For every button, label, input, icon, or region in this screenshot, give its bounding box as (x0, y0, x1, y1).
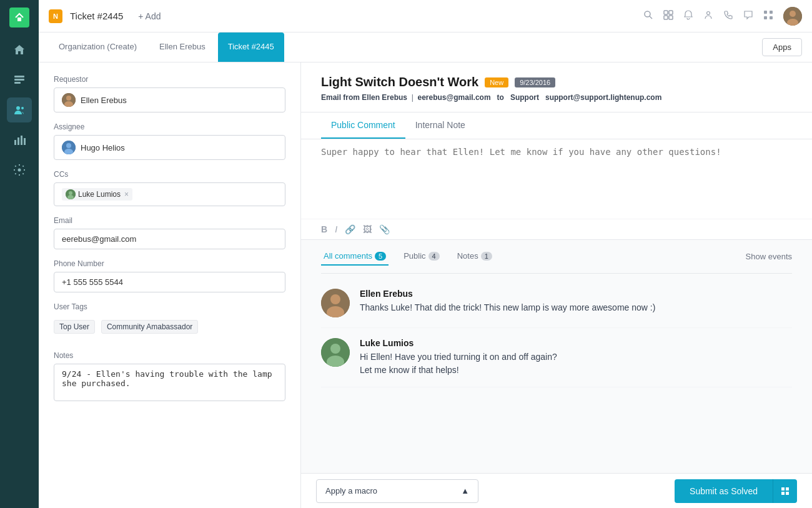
assignee-field[interactable]: Hugo Helios (54, 135, 285, 160)
tab-notes-comments[interactable]: Notes 1 (455, 247, 495, 266)
search-icon[interactable] (643, 10, 653, 22)
chevron-up-icon: ▲ (461, 486, 469, 496)
views-icon[interactable] (663, 10, 673, 22)
submit-solved-button[interactable]: Submit as Solved (675, 479, 773, 503)
reply-textarea[interactable] (321, 147, 792, 209)
svg-point-29 (66, 143, 71, 148)
topbar-icons (643, 7, 802, 26)
comment-text: Hi Ellen! Have you tried turning it on a… (360, 351, 792, 377)
svg-rect-21 (770, 16, 773, 19)
apps-button[interactable]: Apps (762, 38, 802, 56)
comment-item: Luke Lumios Hi Ellen! Have you tried tur… (321, 328, 792, 387)
requestor-avatar (62, 93, 76, 107)
assignee-avatar (62, 141, 76, 154)
comment-author: Luke Lumios (360, 338, 792, 348)
notes-label: Notes (54, 351, 285, 360)
ticket-header: Light Switch Doesn't Work New 9/23/2016 … (301, 62, 812, 112)
svg-rect-9 (24, 138, 26, 145)
email-field[interactable]: eerebus@gmail.com (54, 229, 285, 249)
assignee-value: Hugo Helios (81, 143, 125, 152)
svg-rect-41 (786, 487, 789, 491)
italic-icon[interactable]: I (335, 224, 337, 234)
user-tags-label: User Tags (54, 302, 285, 311)
sidebar-home-icon[interactable] (7, 37, 32, 62)
svg-rect-14 (669, 11, 673, 14)
assignee-label: Assignee (54, 122, 285, 131)
comment-avatar-ellen (321, 289, 350, 317)
cc-tag-remove[interactable]: × (124, 190, 129, 199)
svg-rect-3 (14, 82, 21, 84)
user-tags-container: Top User Community Amabassador (54, 315, 285, 341)
svg-rect-20 (764, 16, 767, 19)
requestor-value: Ellen Erebus (81, 96, 127, 105)
link-icon[interactable]: 🔗 (345, 224, 355, 234)
comment-author: Ellen Erebus (360, 289, 792, 299)
svg-point-4 (16, 106, 20, 110)
cc-avatar (66, 189, 76, 199)
requestor-label: Requestor (54, 75, 285, 84)
svg-rect-15 (664, 16, 668, 19)
svg-rect-8 (21, 136, 22, 145)
public-count: 4 (428, 252, 440, 261)
requestor-field[interactable]: Ellen Erebus (54, 87, 285, 112)
tab-organization[interactable]: Organization (Create) (49, 32, 147, 62)
comment-text: Thanks Luke! That did the trick! This ne… (360, 301, 792, 314)
sidebar-reports-icon[interactable] (7, 127, 32, 152)
svg-point-32 (69, 191, 72, 195)
svg-rect-6 (14, 140, 16, 145)
comments-tabs: All comments 5 Public 4 Notes 1 Show eve… (321, 240, 792, 274)
topbar: N Ticket #2445 + Add (39, 0, 812, 32)
tag-community[interactable]: Community Amabassador (101, 320, 198, 334)
image-icon[interactable]: 🖼 (363, 224, 372, 234)
svg-point-10 (18, 169, 21, 172)
tab-ticket[interactable]: Ticket #2445 (218, 32, 284, 62)
users-icon[interactable] (703, 10, 713, 22)
comment-item: Ellen Erebus Thanks Luke! That did the t… (321, 279, 792, 328)
sidebar-users-icon[interactable] (7, 97, 32, 122)
tab-public-comments[interactable]: Public 4 (401, 247, 442, 266)
ccs-field[interactable]: Luke Lumios × (54, 182, 285, 206)
bottom-bar: Apply a macro ▲ Submit as Solved (301, 473, 812, 508)
comment-avatar-luke (321, 338, 350, 367)
badge-date: 9/23/2016 (515, 77, 555, 87)
notes-count: 1 (481, 252, 492, 261)
svg-rect-0 (17, 17, 21, 21)
tab-internal-note[interactable]: Internal Note (405, 112, 475, 139)
ticket-title: Light Switch Doesn't Work (321, 75, 478, 89)
bold-icon[interactable]: B (321, 224, 327, 234)
svg-rect-18 (764, 11, 767, 14)
tag-top-user[interactable]: Top User (54, 320, 95, 334)
svg-rect-16 (669, 16, 673, 19)
svg-point-35 (330, 294, 340, 304)
badge-new: New (485, 77, 508, 87)
tab-ellen[interactable]: Ellen Erebus (149, 32, 215, 62)
phone-field[interactable]: +1 555 555 5544 (54, 272, 285, 292)
topbar-title: Ticket #2445 (70, 11, 123, 21)
attach-icon[interactable]: 📎 (379, 224, 390, 234)
cc-tag-name: Luke Lumios (78, 190, 121, 199)
svg-point-38 (330, 344, 340, 354)
chat-icon[interactable] (743, 10, 753, 22)
tab-public-comment[interactable]: Public Comment (321, 112, 405, 139)
add-button[interactable]: + Add (138, 11, 161, 21)
svg-line-12 (650, 16, 652, 19)
reply-area: Public Comment Internal Note B I 🔗 🖼 📎 (301, 112, 812, 240)
notifications-icon[interactable] (683, 10, 693, 22)
tab-all-comments[interactable]: All comments 5 (321, 247, 389, 266)
apply-macro-button[interactable]: Apply a macro ▲ (316, 479, 478, 503)
show-events-link[interactable]: Show events (746, 252, 792, 261)
svg-point-26 (66, 96, 71, 101)
reply-toolbar: B I 🔗 🖼 📎 (301, 219, 812, 239)
sidebar-settings-icon[interactable] (7, 157, 32, 182)
ccs-label: CCs (54, 170, 285, 179)
sidebar-tickets-icon[interactable] (7, 67, 32, 92)
phone-icon[interactable] (723, 10, 733, 22)
submit-dropdown-button[interactable] (773, 479, 797, 503)
svg-rect-13 (664, 11, 668, 14)
grid-icon[interactable] (763, 10, 773, 22)
user-avatar[interactable] (783, 7, 802, 26)
notes-textarea[interactable]: 9/24 - Ellen's having trouble with the l… (54, 364, 285, 401)
svg-point-17 (707, 11, 710, 14)
email-value: eerebus@gmail.com (62, 234, 136, 244)
phone-label: Phone Number (54, 259, 285, 268)
